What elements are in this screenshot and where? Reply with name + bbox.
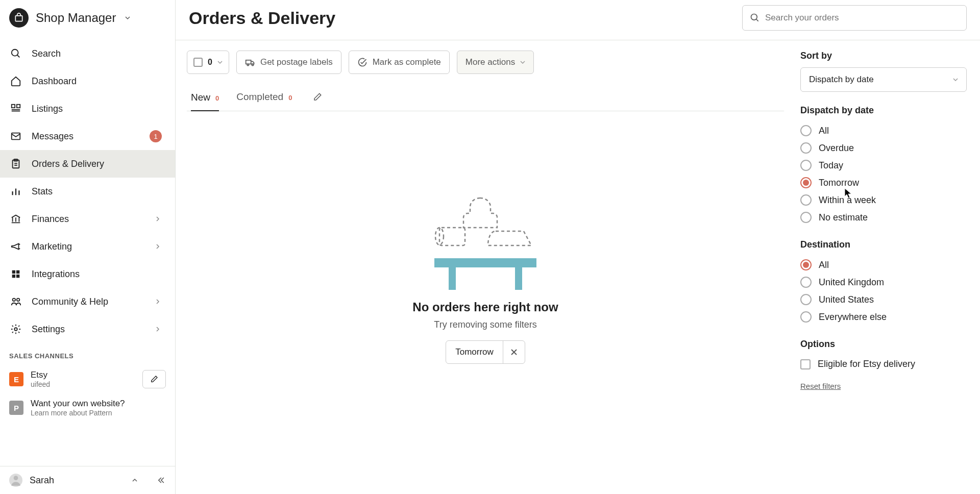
search-input[interactable] bbox=[765, 13, 959, 23]
radio-label: No estimate bbox=[819, 212, 868, 223]
sidebar-item-settings[interactable]: Settings bbox=[0, 315, 175, 343]
sidebar-item-marketing[interactable]: Marketing bbox=[0, 233, 175, 260]
radio-icon bbox=[800, 177, 812, 188]
empty-subtitle: Try removing some filters bbox=[434, 319, 536, 330]
truck-icon bbox=[245, 57, 255, 67]
sidebar-item-dashboard[interactable]: Dashboard bbox=[0, 67, 175, 95]
collapse-sidebar-button[interactable] bbox=[146, 468, 175, 492]
radio-label: United Kingdom bbox=[819, 277, 884, 288]
radio-icon bbox=[800, 212, 812, 223]
checkbox-eligible-delivery[interactable]: Eligible for Etsy delivery bbox=[800, 356, 967, 373]
gear-icon bbox=[9, 323, 22, 336]
shop-title: Shop Manager bbox=[36, 11, 116, 25]
search-orders-box[interactable] bbox=[742, 5, 967, 31]
sidebar-item-search[interactable]: Search bbox=[0, 40, 175, 67]
pattern-icon: P bbox=[9, 401, 23, 415]
etsy-icon: E bbox=[9, 372, 23, 386]
reset-filters-link[interactable]: Reset filters bbox=[800, 382, 841, 390]
caret-down-icon bbox=[953, 77, 958, 82]
search-icon bbox=[750, 13, 760, 23]
nav-label: Orders & Delivery bbox=[32, 159, 166, 169]
channel-sub: uifeed bbox=[31, 380, 135, 388]
sidebar-item-orders[interactable]: Orders & Delivery bbox=[0, 150, 175, 178]
empty-illustration-icon bbox=[429, 193, 542, 290]
radio-dest-uk[interactable]: United Kingdom bbox=[800, 274, 967, 291]
radio-dispatch-today[interactable]: Today bbox=[800, 157, 967, 174]
svg-point-12 bbox=[17, 299, 20, 302]
bank-icon bbox=[9, 212, 22, 226]
radio-icon bbox=[800, 194, 812, 206]
radio-dispatch-week[interactable]: Within a week bbox=[800, 191, 967, 209]
tab-label: New bbox=[191, 92, 210, 103]
radio-icon bbox=[800, 259, 812, 270]
sidebar-item-listings[interactable]: Listings bbox=[0, 95, 175, 122]
svg-point-13 bbox=[14, 328, 17, 331]
sort-by-label: Sort by bbox=[800, 51, 967, 61]
destination-radio-group: All United Kingdom United States Everywh… bbox=[800, 256, 967, 326]
sidebar-item-stats[interactable]: Stats bbox=[0, 178, 175, 205]
radio-icon bbox=[800, 277, 812, 288]
tab-new[interactable]: New 0 bbox=[191, 89, 219, 111]
channel-text: Want your own website? Learn more about … bbox=[31, 399, 166, 417]
channel-name: Etsy bbox=[31, 370, 135, 380]
stats-icon bbox=[9, 185, 22, 198]
main: Orders & Delivery 0 Get postage labels bbox=[176, 0, 980, 494]
radio-dispatch-all[interactable]: All bbox=[800, 122, 967, 139]
nav-label: Search bbox=[32, 48, 166, 59]
sidebar-item-finances[interactable]: Finances bbox=[0, 205, 175, 233]
chip-label: Tomorrow bbox=[446, 341, 503, 363]
user-menu[interactable]: Sarah bbox=[0, 466, 146, 494]
postage-labels-button[interactable]: Get postage labels bbox=[236, 51, 341, 74]
dispatch-radio-group: All Overdue Today Tomorrow Within a week… bbox=[800, 122, 967, 226]
svg-rect-7 bbox=[12, 270, 15, 274]
channel-etsy[interactable]: E Etsy uifeed bbox=[0, 365, 175, 393]
tab-count: 0 bbox=[288, 94, 292, 102]
svg-rect-0 bbox=[15, 16, 22, 21]
svg-point-1 bbox=[12, 50, 18, 56]
button-label: Get postage labels bbox=[260, 57, 333, 67]
people-icon bbox=[9, 295, 22, 308]
radio-label: Within a week bbox=[819, 195, 876, 206]
nav-label: Community & Help bbox=[32, 297, 146, 307]
radio-dest-us[interactable]: United States bbox=[800, 291, 967, 308]
tab-count: 0 bbox=[215, 94, 219, 102]
radio-dispatch-overdue[interactable]: Overdue bbox=[800, 139, 967, 157]
shop-manager-header[interactable]: Shop Manager bbox=[0, 0, 175, 36]
radio-dispatch-tomorrow[interactable]: Tomorrow bbox=[800, 174, 967, 191]
radio-dispatch-noestimate[interactable]: No estimate bbox=[800, 209, 967, 226]
mark-complete-button[interactable]: Mark as complete bbox=[349, 51, 450, 74]
edit-channel-button[interactable] bbox=[142, 370, 166, 388]
grid-icon bbox=[9, 267, 22, 281]
sidebar-item-integrations[interactable]: Integrations bbox=[0, 260, 175, 288]
svg-point-14 bbox=[14, 476, 18, 480]
avatar bbox=[9, 474, 22, 487]
radio-dest-all[interactable]: All bbox=[800, 256, 967, 274]
svg-rect-10 bbox=[16, 275, 19, 278]
edit-tabs-button[interactable] bbox=[309, 89, 326, 105]
content: 0 Get postage labels Mark as complete Mo… bbox=[176, 40, 980, 494]
radio-icon bbox=[800, 142, 812, 154]
caret-down-icon[interactable] bbox=[217, 60, 223, 65]
more-actions-button[interactable]: More actions bbox=[457, 51, 534, 74]
sidebar-item-messages[interactable]: Messages 1 bbox=[0, 122, 175, 150]
radio-label: Today bbox=[819, 160, 843, 171]
options-label: Options bbox=[800, 339, 967, 350]
sidebar-footer: Sarah bbox=[0, 466, 175, 494]
sidebar-item-community[interactable]: Community & Help bbox=[0, 288, 175, 315]
button-label: More actions bbox=[465, 57, 515, 67]
radio-label: Overdue bbox=[819, 143, 854, 154]
sort-by-select[interactable]: Dispatch by date bbox=[800, 67, 967, 92]
select-all-checkbox[interactable] bbox=[193, 58, 203, 67]
svg-rect-23 bbox=[515, 267, 522, 290]
svg-rect-22 bbox=[449, 267, 456, 290]
nav-label: Settings bbox=[32, 324, 146, 335]
radio-dest-else[interactable]: Everywhere else bbox=[800, 308, 967, 326]
tab-completed[interactable]: Completed 0 bbox=[236, 88, 292, 106]
radio-label: All bbox=[819, 126, 829, 136]
mail-icon bbox=[9, 130, 22, 143]
caret-down-icon bbox=[520, 60, 525, 65]
active-filter-chip: Tomorrow bbox=[446, 340, 525, 364]
chevron-right-icon bbox=[156, 243, 162, 250]
channel-pattern[interactable]: P Want your own website? Learn more abou… bbox=[0, 393, 175, 422]
remove-filter-button[interactable] bbox=[503, 341, 525, 363]
